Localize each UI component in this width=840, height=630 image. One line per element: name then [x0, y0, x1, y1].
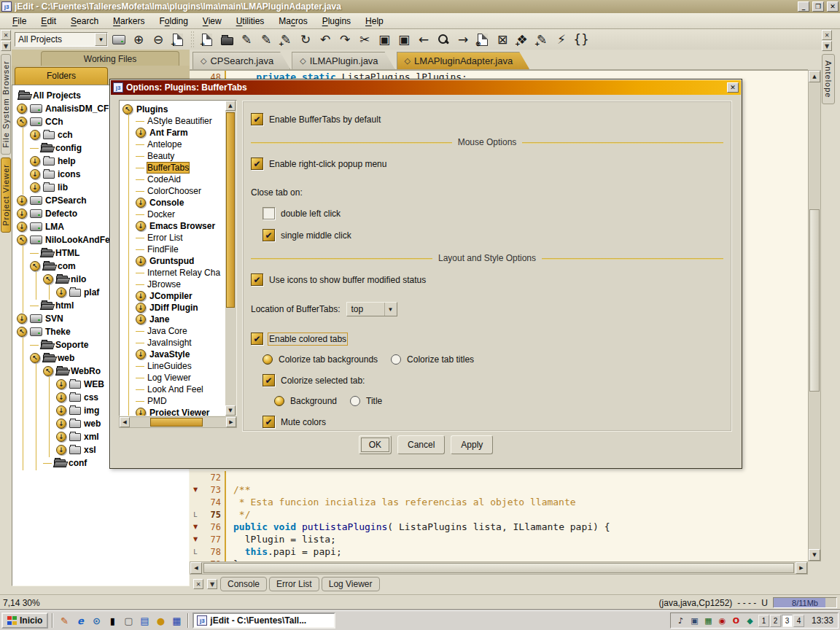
edit-multi-icon[interactable]: ✎	[257, 31, 275, 48]
left-dock-menu-icon[interactable]: ▼	[1, 41, 11, 51]
cancel-button[interactable]: Cancel	[397, 435, 445, 454]
expander-collapsed-icon[interactable]: ↓	[136, 349, 146, 359]
expand-all-icon[interactable]: ⊕	[130, 31, 147, 48]
expander-expanded-icon[interactable]: ↖	[17, 117, 27, 127]
fold-marker-icon[interactable]: ▼	[190, 524, 201, 530]
dialog-tree-vscrollbar[interactable]: ▲ ▼	[225, 101, 236, 416]
expander-expanded-icon[interactable]: ↖	[122, 104, 133, 114]
ql-calculator-icon[interactable]: ▦	[169, 613, 184, 628]
vertical-scroll-thumb[interactable]	[809, 209, 820, 392]
edit-plus-icon[interactable]: ✎+	[277, 31, 295, 48]
new-buffer-icon[interactable]: +	[198, 31, 216, 48]
expander-collapsed-icon[interactable]: ↓	[30, 169, 40, 179]
desktop-4-button[interactable]: 4	[793, 615, 804, 627]
expander-expanded-icon[interactable]: ↖	[17, 235, 27, 245]
expander-collapsed-icon[interactable]: ↓	[30, 182, 40, 192]
expander-collapsed-icon[interactable]: ↓	[56, 432, 66, 442]
radio-colorize-tab-backgrounds[interactable]	[262, 354, 273, 365]
undo-icon[interactable]: ↶	[316, 31, 334, 48]
forward-icon[interactable]: →	[454, 31, 472, 48]
expander-expanded-icon[interactable]: ↖	[30, 353, 40, 363]
ql-writer-icon[interactable]: ✎	[57, 613, 71, 628]
checkbox-enable-buffertabs-by-default[interactable]: ✔	[251, 113, 263, 125]
back-icon[interactable]: ←	[415, 31, 432, 48]
expander-collapsed-icon[interactable]: ↓	[56, 287, 66, 298]
reload-icon[interactable]: ↻	[297, 31, 314, 48]
checkbox-mute-colors[interactable]: ✔	[262, 416, 275, 428]
menu-utilities[interactable]: Utilities	[230, 15, 271, 28]
dialog-vscroll-thumb[interactable]	[226, 112, 235, 308]
plugin-tree-item-error-list[interactable]: Error List	[120, 232, 236, 244]
apply-button[interactable]: Apply	[451, 435, 493, 454]
scroll-left-icon[interactable]: ◀	[190, 562, 202, 574]
plugin-tree-item-jane[interactable]: ↓Jane	[120, 314, 236, 325]
right-dock-close-icon[interactable]: ✕	[822, 30, 832, 40]
expander-collapsed-icon[interactable]: ↓	[17, 195, 27, 206]
plugin-tree-item-jcompiler[interactable]: ↓JCompiler	[120, 290, 236, 302]
plugin-tree-item-emacs-browser[interactable]: ↓Emacs Browser	[120, 220, 236, 232]
redo-icon[interactable]: ↷	[336, 31, 354, 48]
plugin-tree-item-console[interactable]: ↓Console	[120, 197, 236, 209]
plugin-tree-item-astyle-beautifier[interactable]: AStyle Beautifier	[120, 115, 236, 127]
matrix-icon[interactable]: ▦	[703, 615, 714, 626]
expander-collapsed-icon[interactable]: ↓	[136, 314, 146, 324]
close-all-buffers-icon[interactable]: ⊠	[494, 31, 511, 48]
plugin-tree-item-jbrowse[interactable]: JBrowse	[120, 279, 236, 290]
new-macro-icon[interactable]: ✎+	[533, 31, 551, 48]
expander-collapsed-icon[interactable]: ↓	[56, 445, 66, 455]
expander-collapsed-icon[interactable]: ↓	[136, 256, 146, 266]
plugin-tree-item-pmd[interactable]: PMD	[120, 395, 236, 407]
open-buffer-icon[interactable]	[218, 31, 236, 48]
paste-icon[interactable]: ▣	[395, 31, 413, 48]
buffer-tab-cpsearch-java[interactable]: ◇CPSearch.java	[192, 52, 290, 69]
menu-file[interactable]: File	[6, 15, 33, 28]
scroll-right-icon[interactable]: ▶	[796, 562, 807, 574]
plugin-tree-item-jdiff-plugin[interactable]: ↓JDiff Plugin	[120, 302, 236, 314]
ql-command-prompt-icon[interactable]: ▮	[105, 613, 120, 628]
checkbox-use-icons-to-show-buffer-modified-status[interactable]: ✔	[251, 273, 263, 286]
plugin-tree-item-beauty[interactable]: Beauty	[120, 150, 236, 162]
dialog-scroll-left-icon[interactable]: ◀	[120, 417, 130, 427]
close-button[interactable]: ✕	[827, 1, 839, 12]
plugin-tree-item-log-viewer[interactable]: Log Viewer	[120, 372, 236, 384]
checkbox-enable-right-click-popup-menu[interactable]: ✔	[251, 158, 263, 170]
plugin-tree-item-colorchooser[interactable]: ColorChooser	[120, 185, 236, 197]
menu-edit[interactable]: Edit	[34, 15, 63, 28]
dock-tab-antelope[interactable]: Antelope	[822, 54, 835, 104]
volume-icon[interactable]: ♪	[675, 615, 686, 626]
expander-expanded-icon[interactable]: ↖	[43, 274, 53, 284]
checkbox-double-left-click[interactable]	[262, 207, 275, 219]
copy-icon[interactable]: ▣	[376, 31, 393, 48]
expander-collapsed-icon[interactable]: ↓	[136, 408, 146, 416]
ql-internet-explorer-icon[interactable]: e	[73, 613, 88, 628]
antivirus-icon[interactable]: ◉	[717, 615, 728, 626]
cut-icon[interactable]: ✂	[356, 31, 373, 48]
ql-media-icon[interactable]: ●	[153, 613, 168, 628]
expander-expanded-icon[interactable]: ↖	[30, 261, 40, 271]
expander-collapsed-icon[interactable]: ↓	[136, 221, 146, 231]
browse-drive-icon[interactable]	[110, 31, 128, 48]
desktop-1-button[interactable]: 1	[758, 615, 769, 627]
plugin-tree-item-codeaid[interactable]: CodeAid	[120, 174, 236, 185]
plugin-tree-item-lineguides[interactable]: LineGuides	[120, 360, 236, 372]
expander-collapsed-icon[interactable]: ↓	[30, 130, 40, 140]
fold-marker-icon[interactable]: ▼	[190, 536, 201, 542]
dock-tab-console[interactable]: Console	[220, 577, 267, 591]
plugin-tree-item-antelope[interactable]: Antelope	[120, 139, 236, 150]
start-button[interactable]: Inicio	[1, 612, 48, 629]
project-filter-combobox[interactable]: All Projects ▼	[15, 32, 108, 47]
expander-collapsed-icon[interactable]: ↓	[17, 314, 27, 324]
expander-collapsed-icon[interactable]: ↓	[17, 104, 27, 114]
dock-tab-log-viewer[interactable]: Log Viewer	[322, 577, 380, 591]
ql-search-icon[interactable]: ⊙	[89, 613, 104, 628]
radio-title[interactable]	[350, 396, 360, 406]
editor-horizontal-scrollbar[interactable]: ◀ ▶	[190, 561, 808, 575]
dock-close-icon[interactable]: ✕	[193, 579, 203, 589]
checkbox-colorize-selected-tab[interactable]: ✔	[262, 374, 275, 386]
plugin-tree-item-gruntspud[interactable]: ↓Gruntspud	[120, 255, 236, 267]
plugin-tree-item-look-and-feel[interactable]: Look And Feel	[120, 384, 236, 395]
desktop-2-button[interactable]: 2	[770, 615, 781, 627]
plugin-tree-item-javainsight[interactable]: JavaInsight	[120, 337, 236, 349]
ql-remote-desktop-icon[interactable]: ▢	[121, 613, 136, 628]
tab-working-files[interactable]: Working Files	[41, 51, 179, 66]
